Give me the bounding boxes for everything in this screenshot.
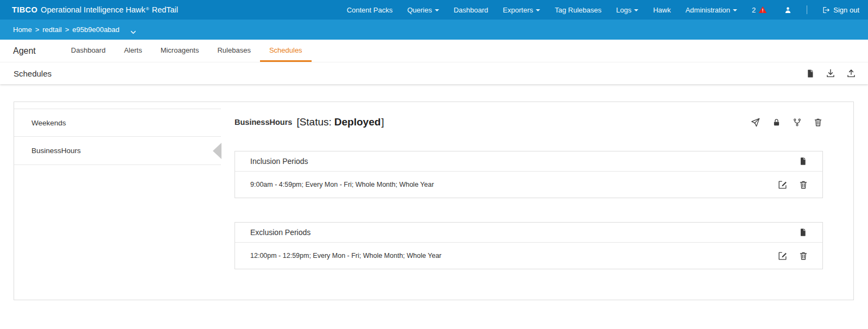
sign-out-button[interactable]: Sign out xyxy=(822,6,859,14)
delete-icon[interactable] xyxy=(813,117,823,127)
nav-administration[interactable]: Administration xyxy=(686,6,737,14)
schedule-detail: BusinessHours [Status:Deployed] xyxy=(221,102,853,300)
chevron-down-icon xyxy=(634,9,638,11)
copy-schedule-icon[interactable] xyxy=(806,69,815,78)
delete-icon[interactable] xyxy=(799,251,808,261)
nav-logs[interactable]: Logs xyxy=(616,6,638,14)
tab-schedules[interactable]: Schedules xyxy=(260,40,312,62)
period-row: 12:00pm - 12:59pm; Every Mon - Fri; Whol… xyxy=(235,243,822,269)
section-title: Schedules xyxy=(14,69,52,78)
breadcrumb-separator: > xyxy=(35,26,40,34)
nav-hawk[interactable]: Hawk xyxy=(653,6,671,14)
nav-queries[interactable]: Queries xyxy=(407,6,439,14)
chevron-down-icon xyxy=(733,9,737,11)
breadcrumb-home[interactable]: Home xyxy=(13,26,32,34)
top-nav: Content Packs Queries Dashboard Exporter… xyxy=(347,5,859,14)
alert-count: 2 xyxy=(752,6,756,14)
inclusion-periods-card: Inclusion Periods 9:00am - 4:59pm; Every… xyxy=(235,151,823,198)
main-content: Weekends BusinessHours BusinessHours [St… xyxy=(0,84,868,300)
schedule-item-businesshours[interactable]: BusinessHours xyxy=(14,137,221,165)
schedule-list: Weekends BusinessHours xyxy=(14,102,221,300)
inclusion-periods-header: Inclusion Periods xyxy=(235,151,822,172)
period-section-title: Exclusion Periods xyxy=(250,228,311,237)
divider xyxy=(807,5,807,14)
upload-icon[interactable] xyxy=(846,68,856,78)
schedule-name: BusinessHours xyxy=(235,118,292,126)
schedule-item-weekends[interactable]: Weekends xyxy=(14,109,221,137)
delete-icon[interactable] xyxy=(799,180,808,189)
tab-microagents[interactable]: Microagents xyxy=(151,40,208,62)
schedule-detail-title: BusinessHours [Status:Deployed] xyxy=(235,116,384,128)
schedule-detail-header: BusinessHours [Status:Deployed] xyxy=(235,114,823,130)
selected-indicator-icon xyxy=(213,143,221,159)
exclusion-periods-card: Exclusion Periods 12:00pm - 12:59pm; Eve… xyxy=(235,222,823,269)
section-toolbar-icons xyxy=(806,68,856,78)
breadcrumb-separator: > xyxy=(65,26,69,34)
period-row: 9:00am - 4:59pm; Every Mon - Fri; Whole … xyxy=(235,172,822,198)
user-icon[interactable] xyxy=(784,6,792,14)
chevron-down-icon xyxy=(536,9,540,11)
brand-product: RedTail xyxy=(152,5,178,14)
copy-period-icon[interactable] xyxy=(799,228,807,237)
agent-tabs: Dashboard Alerts Microagents Rulebases S… xyxy=(62,40,312,62)
deploy-icon[interactable] xyxy=(750,117,761,128)
edit-icon[interactable] xyxy=(777,251,788,261)
registered-mark: ® xyxy=(146,7,149,11)
status-value: Deployed xyxy=(334,116,381,128)
period-section-title: Inclusion Periods xyxy=(250,157,308,166)
alerts-indicator[interactable]: 2 xyxy=(752,5,767,14)
top-navigation-bar: TIBCO Operational Intelligence Hawk ® Re… xyxy=(0,0,868,20)
schedule-actions xyxy=(750,117,823,128)
nav-exporters[interactable]: Exporters xyxy=(503,6,540,14)
copy-period-icon[interactable] xyxy=(799,157,807,166)
edit-icon[interactable] xyxy=(777,180,788,190)
versions-icon[interactable] xyxy=(793,118,802,127)
breadcrumb: Home > redtail > e95b9e00abad xyxy=(0,20,868,40)
brand-logo[interactable]: TIBCO Operational Intelligence Hawk ® Re… xyxy=(12,5,178,14)
period-row-actions xyxy=(777,180,808,190)
tab-dashboard[interactable]: Dashboard xyxy=(62,40,115,62)
chevron-down-icon xyxy=(435,9,439,11)
schedule-status: [Status:Deployed] xyxy=(296,116,384,128)
download-icon[interactable] xyxy=(826,68,835,78)
page-title: Agent xyxy=(13,40,36,62)
breadcrumb-agent-id[interactable]: e95b9e00abad xyxy=(72,26,119,34)
tab-alerts[interactable]: Alerts xyxy=(115,40,151,62)
nav-tag-rulebases[interactable]: Tag Rulebases xyxy=(555,6,601,14)
schedules-toolbar: Schedules xyxy=(0,62,868,84)
brand-suite: Operational Intelligence Hawk xyxy=(41,5,145,14)
lock-icon[interactable] xyxy=(772,118,781,127)
nav-dashboard[interactable]: Dashboard xyxy=(454,6,489,14)
agent-tab-bar: Agent Dashboard Alerts Microagents Ruleb… xyxy=(0,40,868,62)
tab-rulebases[interactable]: Rulebases xyxy=(208,40,259,62)
breadcrumb-redtail[interactable]: redtail xyxy=(42,26,61,34)
schedules-panel: Weekends BusinessHours BusinessHours [St… xyxy=(14,102,854,300)
brand-name: TIBCO xyxy=(12,5,37,14)
chevron-down-icon[interactable] xyxy=(129,28,137,36)
exclusion-periods-header: Exclusion Periods xyxy=(235,223,822,243)
warning-triangle-icon xyxy=(758,5,767,14)
nav-content-packs[interactable]: Content Packs xyxy=(347,6,393,14)
period-row-actions xyxy=(777,251,808,261)
period-text: 9:00am - 4:59pm; Every Mon - Fri; Whole … xyxy=(250,181,434,188)
sign-out-icon xyxy=(822,6,830,14)
period-text: 12:00pm - 12:59pm; Every Mon - Fri; Whol… xyxy=(250,252,441,260)
